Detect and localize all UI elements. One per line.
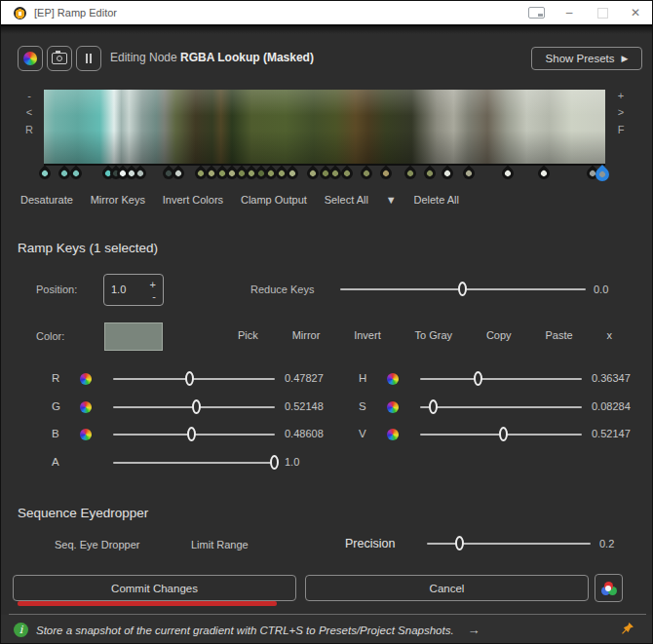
position-label: Position:	[36, 284, 77, 295]
precision-label: Precision	[345, 537, 395, 550]
rgb-picker-button[interactable]	[595, 574, 623, 602]
ramp-key-color-dot	[72, 170, 80, 177]
ramp-action-desaturate[interactable]: Desaturate	[20, 194, 73, 206]
ramp-shift-left[interactable]: <	[22, 106, 36, 118]
ramp-key-color-dot	[309, 170, 317, 177]
slider-label-r: R	[52, 372, 59, 384]
b-slider[interactable]	[113, 426, 275, 443]
ramp-key[interactable]	[377, 166, 394, 182]
ramp-gradient[interactable]	[44, 90, 605, 164]
seq-eye-dropper-button[interactable]: Seq. Eye Dropper	[55, 539, 139, 550]
color-wheel-icon-v[interactable]	[387, 429, 399, 440]
camera-icon	[52, 53, 67, 64]
ramp-key-color-dot	[343, 170, 351, 177]
statusbar: i Store a snapshot of the current gradie…	[1, 615, 652, 644]
precision-slider[interactable]	[427, 535, 591, 552]
ramp-shift-right[interactable]: >	[614, 106, 628, 118]
ramp-action-mirror-keys[interactable]: Mirror Keys	[91, 194, 145, 206]
cancel-button[interactable]: Cancel	[305, 575, 589, 601]
position-field[interactable]: 1.0 + -	[103, 274, 164, 306]
ramp-add-right[interactable]: +	[614, 90, 628, 101]
reduce-keys-slider[interactable]	[340, 281, 586, 298]
app-icon	[14, 7, 26, 19]
limit-range-button[interactable]: Limit Range	[191, 539, 249, 550]
color-action-copy[interactable]: Copy	[486, 329, 512, 341]
ramp-key-color-dot	[425, 170, 433, 177]
ramp-key[interactable]	[37, 166, 54, 182]
key-color-swatch[interactable]	[104, 322, 163, 351]
titlebar: [EP] Ramp Editor – ✕	[1, 1, 652, 26]
position-increment-button[interactable]: +	[150, 280, 156, 289]
pin-icon[interactable]	[621, 622, 634, 639]
titlebar-shadow	[1, 26, 652, 34]
snapshot-camera-button[interactable]	[47, 46, 72, 71]
commit-changes-button[interactable]: Commit Changes	[13, 575, 296, 601]
ramp-key[interactable]	[359, 166, 375, 182]
play-icon: ▶	[622, 54, 629, 63]
ramp-actions-row: DesaturateMirror KeysInvert ColorsClamp …	[20, 194, 459, 206]
maximize-button[interactable]	[586, 1, 619, 24]
ramp-action-delete-all[interactable]: Delete All	[413, 194, 458, 206]
ramp-action-invert-colors[interactable]: Invert Colors	[163, 194, 223, 206]
window-title: [EP] Ramp Editor	[34, 7, 117, 19]
slider-label-h: H	[359, 372, 366, 384]
ramp-reverse[interactable]: R	[22, 124, 36, 135]
color-action-invert[interactable]: Invert	[354, 329, 381, 341]
ramp-action-[interactable]: ▼	[386, 194, 397, 206]
arrow-right-icon[interactable]: →	[468, 623, 480, 637]
position-decrement-button[interactable]: -	[152, 291, 156, 301]
ramp-key[interactable]	[339, 166, 356, 182]
ramp-key[interactable]	[421, 166, 438, 182]
r-slider[interactable]	[113, 370, 275, 388]
tablet-icon	[528, 7, 545, 19]
show-presets-button[interactable]: Show Presets▶	[531, 47, 642, 70]
eyedropper-heading: Sequence Eyedropper	[18, 506, 148, 520]
color-wheel-icon-h[interactable]	[387, 373, 399, 385]
color-wheel-icon-r[interactable]	[80, 373, 92, 385]
color-action-to-gray[interactable]: To Gray	[415, 329, 453, 341]
ramp-key[interactable]	[403, 166, 419, 182]
maximize-icon	[597, 8, 608, 19]
ramp-key-color-dot	[598, 170, 606, 178]
color-wheel-button[interactable]	[18, 46, 43, 71]
ramp-action-clamp-output[interactable]: Clamp Output	[241, 194, 307, 206]
slider-label-s: S	[359, 400, 366, 412]
ramp-action-select-all[interactable]: Select All	[325, 194, 368, 206]
ramp-key[interactable]	[461, 166, 478, 182]
ramp-key[interactable]	[68, 166, 85, 182]
g-slider[interactable]	[113, 398, 275, 416]
ramp-key[interactable]	[285, 166, 301, 182]
color-wheel-icon-s[interactable]	[387, 401, 399, 413]
v-slider[interactable]	[420, 426, 582, 443]
color-action-pick[interactable]: Pick	[238, 329, 258, 341]
ramp-key-color-dot	[197, 170, 205, 177]
tablet-mode-button[interactable]	[519, 1, 553, 24]
a-slider[interactable]	[113, 454, 275, 472]
color-wheel-icon-g[interactable]	[80, 401, 92, 413]
color-action-mirror[interactable]: Mirror	[292, 329, 321, 341]
ramp-remove-left[interactable]: -	[22, 90, 36, 101]
rgb-triad-icon	[601, 582, 617, 595]
g-value: 0.52148	[285, 400, 324, 412]
slider-label-g: G	[52, 400, 60, 412]
r-value: 0.47827	[285, 372, 324, 384]
color-action-paste[interactable]: Paste	[545, 329, 572, 341]
ramp-key[interactable]	[171, 166, 187, 182]
color-wheel-icon-b[interactable]	[80, 429, 92, 440]
ramp-key-color-dot	[60, 170, 68, 177]
ramp-key[interactable]	[499, 166, 516, 182]
ramp-key[interactable]	[440, 166, 456, 182]
pause-button[interactable]	[76, 46, 101, 71]
ramp-key[interactable]	[536, 166, 553, 182]
ramp-key-color-dot	[208, 170, 215, 177]
color-action-x[interactable]: x	[606, 329, 612, 341]
ramp-keys-heading: Ramp Keys (1 selected)	[18, 241, 158, 255]
ramp-flip[interactable]: F	[614, 124, 628, 135]
h-slider[interactable]	[420, 370, 582, 388]
color-label: Color:	[36, 330, 64, 342]
ramp-editor-window: [EP] Ramp Editor – ✕ Editing Node RGBA L…	[0, 0, 653, 644]
ramp-key-color-dot	[278, 170, 286, 177]
close-button[interactable]: ✕	[619, 1, 652, 24]
s-slider[interactable]	[420, 398, 582, 416]
minimize-button[interactable]: –	[553, 1, 586, 24]
